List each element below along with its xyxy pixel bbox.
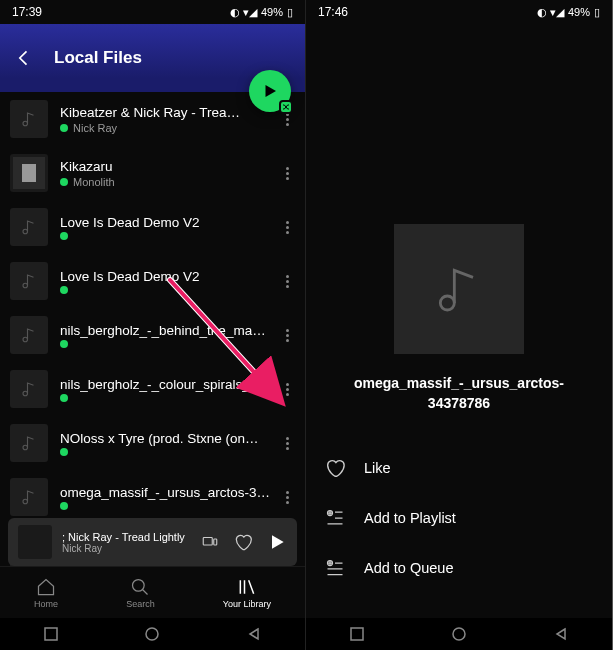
track-subtitle [60,448,279,456]
nav-home[interactable]: Home [34,577,58,609]
more-icon[interactable] [279,213,295,242]
back-icon[interactable] [14,48,34,68]
heart-icon[interactable] [233,532,253,552]
track-title: nils_bergholz_-_colour_spirals_p… [60,377,279,392]
downloaded-icon [60,502,68,510]
now-playing-artist: Nick Ray [62,543,191,554]
more-icon[interactable] [279,159,295,188]
svg-rect-10 [214,539,217,545]
status-time: 17:46 [318,5,348,19]
svg-rect-12 [45,628,57,640]
more-icon[interactable] [279,375,295,404]
svg-point-1 [23,229,28,234]
context-album-art [394,224,524,354]
svg-point-14 [440,296,454,310]
track-art [10,424,48,462]
now-playing-title: ; Nick Ray - Tread Lightly [62,531,191,543]
downloaded-icon [60,232,68,240]
now-playing-art [18,525,52,559]
menu-add-playlist[interactable]: Add to Playlist [324,493,594,543]
more-icon[interactable] [279,483,295,512]
track-subtitle [60,502,279,510]
track-row[interactable]: nils_bergholz_-_behind_the_ma… [0,308,305,362]
track-art [10,208,48,246]
svg-point-6 [23,499,28,504]
track-art [10,154,48,192]
track-title: omega_massif_-_ursus_arctos-3… [60,485,279,500]
track-art [10,262,48,300]
track-title: Love Is Dead Demo V2 [60,269,279,284]
menu-like[interactable]: Like [324,443,594,493]
svg-point-2 [23,283,28,288]
track-art [10,100,48,138]
svg-point-13 [146,628,158,640]
playlist-add-icon [324,507,346,529]
bottom-nav: Home Search Your Library [0,566,305,618]
downloaded-icon [60,448,68,456]
track-title: nils_bergholz_-_behind_the_ma… [60,323,279,338]
android-nav [0,618,305,650]
status-icons: ◐ ▾◢49%▯ [537,6,600,19]
android-nav [306,618,612,650]
status-time: 17:39 [12,5,42,19]
track-row[interactable]: Love Is Dead Demo V2 [0,200,305,254]
android-back[interactable] [546,619,576,649]
play-icon[interactable] [267,532,287,552]
track-subtitle [60,232,279,240]
track-row[interactable]: omega_massif_-_ursus_arctos-3… [0,470,305,524]
track-row[interactable]: NOloss x Tyre (prod. Stxne (on… [0,416,305,470]
right-screen: 17:46 ◐ ▾◢49%▯ omega_massif_-_ursus_arct… [306,0,612,650]
status-bar: 17:39 ◐ ▾◢49%▯ [0,0,305,24]
track-title: Kikazaru [60,159,279,174]
play-button[interactable] [249,70,291,112]
track-row[interactable]: KikazaruMonolith [0,146,305,200]
svg-rect-17 [351,628,363,640]
page-title: Local Files [54,48,142,68]
status-icons: ◐ ▾◢49%▯ [230,6,293,19]
svg-point-11 [133,579,145,591]
downloaded-icon [60,286,68,294]
shuffle-icon [279,100,293,114]
more-icon[interactable] [279,321,295,350]
track-title: Kibeatzer & Nick Ray - Trea… [60,105,279,120]
header: Local Files [0,24,305,92]
status-bar: 17:46 ◐ ▾◢49%▯ [306,0,612,24]
track-subtitle: Nick Ray [60,122,279,134]
svg-point-5 [23,445,28,450]
more-icon[interactable] [279,429,295,458]
nav-library[interactable]: Your Library [223,577,271,609]
track-subtitle [60,340,279,348]
downloaded-icon [60,124,68,132]
track-art [10,370,48,408]
context-track-title: omega_massif_-_ursus_arctos-34378786 [306,374,612,413]
track-art [10,478,48,516]
heart-icon [324,457,346,479]
downloaded-icon [60,178,68,186]
menu-add-queue[interactable]: Add to Queue [324,543,594,593]
android-recent[interactable] [36,619,66,649]
track-subtitle: Monolith [60,176,279,188]
track-art [10,316,48,354]
queue-add-icon [324,557,346,579]
android-back[interactable] [239,619,269,649]
more-icon[interactable] [279,267,295,296]
svg-point-18 [453,628,465,640]
track-subtitle [60,286,279,294]
track-title: Love Is Dead Demo V2 [60,215,279,230]
svg-rect-9 [203,538,212,546]
downloaded-icon [60,394,68,402]
svg-point-3 [23,337,28,342]
track-row[interactable]: nils_bergholz_-_colour_spirals_p… [0,362,305,416]
android-home[interactable] [137,619,167,649]
track-row[interactable]: Love Is Dead Demo V2 [0,254,305,308]
track-title: NOloss x Tyre (prod. Stxne (on… [60,431,279,446]
nav-search[interactable]: Search [126,577,155,609]
android-recent[interactable] [342,619,372,649]
track-subtitle [60,394,279,402]
devices-icon[interactable] [201,533,219,551]
android-home[interactable] [444,619,474,649]
svg-point-4 [23,391,28,396]
left-screen: 17:39 ◐ ▾◢49%▯ Local Files Kibeatzer & N… [0,0,306,650]
svg-point-0 [23,121,28,126]
now-playing-bar[interactable]: ; Nick Ray - Tread Lightly Nick Ray [8,518,297,566]
